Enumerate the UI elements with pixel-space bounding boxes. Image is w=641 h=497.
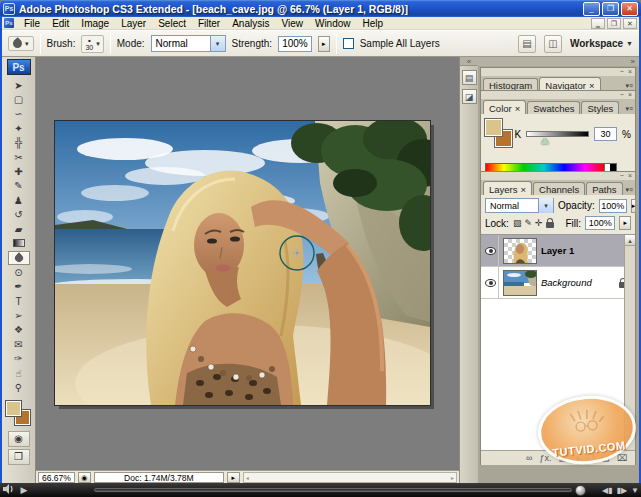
tab-close-icon[interactable]: × bbox=[515, 103, 521, 114]
palette-toggle-button[interactable]: ▤ bbox=[518, 35, 536, 53]
k-slider-handle[interactable] bbox=[541, 138, 549, 144]
tool-blur-selected[interactable] bbox=[8, 251, 30, 265]
screen-mode-button[interactable]: ❐ bbox=[8, 449, 30, 465]
tool-custom-shape[interactable]: ❖ bbox=[8, 323, 30, 337]
lock-paint-icon[interactable]: ✎ bbox=[524, 218, 532, 228]
tool-type[interactable]: T bbox=[8, 294, 30, 308]
doc-minimize-button[interactable]: ‗ bbox=[591, 18, 605, 29]
tool-gradient[interactable] bbox=[8, 236, 30, 250]
layer-row-layer-1[interactable]: Layer 1 bbox=[481, 235, 635, 267]
menu-edit[interactable]: Edit bbox=[46, 17, 75, 30]
brush-preset-picker[interactable]: •30 ▾ bbox=[81, 35, 103, 53]
tab-paths[interactable]: Paths bbox=[586, 182, 622, 195]
document-canvas[interactable] bbox=[36, 57, 459, 470]
chevron-down-icon[interactable]: ▾ bbox=[538, 198, 553, 213]
fill-spinner[interactable]: ▸ bbox=[619, 216, 631, 230]
menu-window[interactable]: Window bbox=[309, 17, 357, 30]
seek-track[interactable] bbox=[94, 488, 572, 492]
expand-dock-button[interactable]: « bbox=[460, 57, 478, 66]
panel-minimize-icon[interactable]: − bbox=[620, 172, 624, 180]
collapse-dock-button[interactable]: » bbox=[478, 57, 639, 66]
mute-button[interactable] bbox=[0, 484, 16, 496]
panel-close-icon[interactable]: × bbox=[628, 91, 632, 99]
status-flyout-button[interactable]: ▸ bbox=[227, 472, 240, 483]
tab-navigator[interactable]: Navigator× bbox=[539, 77, 600, 91]
tab-channels[interactable]: Channels bbox=[533, 182, 585, 195]
mode-select[interactable]: Normal ▾ bbox=[151, 35, 226, 52]
menu-layer[interactable]: Layer bbox=[115, 17, 152, 30]
blend-mode-select[interactable]: Normal ▾ bbox=[485, 198, 554, 213]
tool-move[interactable]: ➤ bbox=[8, 78, 30, 92]
tool-brush[interactable]: ✎ bbox=[8, 179, 30, 193]
visibility-toggle[interactable] bbox=[483, 267, 499, 298]
tool-rectangular-marquee[interactable]: ▢ bbox=[8, 92, 30, 106]
panel-minimize-icon[interactable]: − bbox=[620, 91, 624, 99]
menu-image[interactable]: Image bbox=[75, 17, 115, 30]
bridge-button[interactable]: ◫ bbox=[544, 35, 562, 53]
k-value-input[interactable]: 30 bbox=[594, 127, 617, 141]
layer-name[interactable]: Background bbox=[541, 277, 592, 288]
seek-thumb[interactable] bbox=[575, 485, 586, 496]
visibility-toggle[interactable] bbox=[483, 235, 499, 266]
quick-mask-button[interactable]: ◉ bbox=[8, 431, 30, 447]
workspace-dropdown[interactable]: Workspace ▼ bbox=[570, 38, 633, 49]
lock-position-icon[interactable]: ✛ bbox=[535, 218, 543, 228]
menu-help[interactable]: Help bbox=[357, 17, 390, 30]
panel-minimize-icon[interactable]: − bbox=[620, 68, 624, 76]
scroll-left-icon[interactable]: ◂ bbox=[246, 474, 249, 481]
collapsed-panel-button-1[interactable]: ▤ bbox=[462, 70, 477, 85]
layer-1-thumbnail[interactable] bbox=[503, 238, 537, 264]
tab-color[interactable]: Color× bbox=[483, 100, 526, 114]
panel-menu-icon[interactable]: ▾≡ bbox=[625, 186, 633, 193]
menu-select[interactable]: Select bbox=[152, 17, 192, 30]
next-frame-button[interactable]: ▮▶ bbox=[617, 486, 628, 495]
photo-beach-cave[interactable] bbox=[55, 121, 430, 405]
scroll-right-icon[interactable]: ▸ bbox=[451, 474, 454, 481]
ps-logo-button[interactable]: Ps bbox=[7, 59, 31, 75]
background-thumbnail[interactable] bbox=[503, 270, 537, 296]
tool-quick-selection[interactable]: ✦ bbox=[8, 121, 30, 135]
foreground-color-swatch[interactable] bbox=[6, 401, 21, 416]
foreground-color-swatch[interactable] bbox=[485, 119, 502, 136]
scroll-up-icon[interactable]: ▴ bbox=[625, 235, 635, 246]
tool-zoom[interactable]: ⚲ bbox=[8, 380, 30, 394]
tool-dodge[interactable]: ⊙ bbox=[8, 265, 30, 279]
panel-close-icon[interactable]: × bbox=[628, 68, 632, 76]
minimize-button[interactable]: _ bbox=[583, 2, 600, 16]
layer-row-background[interactable]: Background bbox=[481, 267, 635, 299]
lock-all-icon[interactable] bbox=[546, 222, 554, 228]
tab-layers[interactable]: Layers× bbox=[483, 181, 532, 195]
tool-pen[interactable]: ✒ bbox=[8, 279, 30, 293]
link-layers-icon[interactable]: ∞ bbox=[526, 453, 532, 463]
menu-filter[interactable]: Filter bbox=[192, 17, 226, 30]
tool-spot-healing-brush[interactable]: ✚ bbox=[8, 164, 30, 178]
sample-all-layers-checkbox[interactable] bbox=[343, 38, 354, 49]
panel-close-icon[interactable]: × bbox=[628, 172, 632, 180]
play-button[interactable]: ▶ bbox=[16, 485, 32, 495]
status-options-button[interactable]: ◉ bbox=[78, 472, 91, 483]
doc-restore-button[interactable]: ❐ bbox=[607, 18, 621, 29]
strength-spinner[interactable]: ▸ bbox=[318, 36, 330, 52]
opacity-spinner[interactable]: ▸ bbox=[631, 199, 637, 213]
tool-preset-picker[interactable]: ▾ bbox=[8, 36, 34, 51]
tool-slice[interactable]: ✂ bbox=[8, 150, 30, 164]
tool-eyedropper[interactable]: ✑ bbox=[8, 351, 30, 365]
close-button[interactable]: ✕ bbox=[621, 2, 638, 16]
tool-clone-stamp[interactable]: ♟ bbox=[8, 193, 30, 207]
k-slider[interactable] bbox=[526, 131, 589, 137]
tool-hand[interactable]: ☝ bbox=[8, 366, 30, 380]
menu-analysis[interactable]: Analysis bbox=[226, 17, 275, 30]
player-menu-button[interactable]: ▼ bbox=[631, 486, 639, 495]
tool-path-selection[interactable]: ➢ bbox=[8, 308, 30, 322]
prev-frame-button[interactable]: ◀▮ bbox=[602, 486, 613, 495]
tab-close-icon[interactable]: × bbox=[589, 80, 595, 91]
chevron-down-icon[interactable]: ▾ bbox=[210, 36, 225, 51]
tool-history-brush[interactable]: ↺ bbox=[8, 208, 30, 222]
zoom-level-field[interactable]: 66.67% bbox=[38, 472, 75, 483]
panel-menu-icon[interactable]: ▾≡ bbox=[625, 105, 633, 112]
tool-notes[interactable]: ✉ bbox=[8, 337, 30, 351]
horizontal-scrollbar[interactable]: ◂ ▸ bbox=[243, 472, 457, 483]
tool-crop[interactable]: ╬ bbox=[8, 136, 30, 150]
tool-eraser[interactable]: ▰ bbox=[8, 222, 30, 236]
tab-close-icon[interactable]: × bbox=[521, 184, 527, 195]
